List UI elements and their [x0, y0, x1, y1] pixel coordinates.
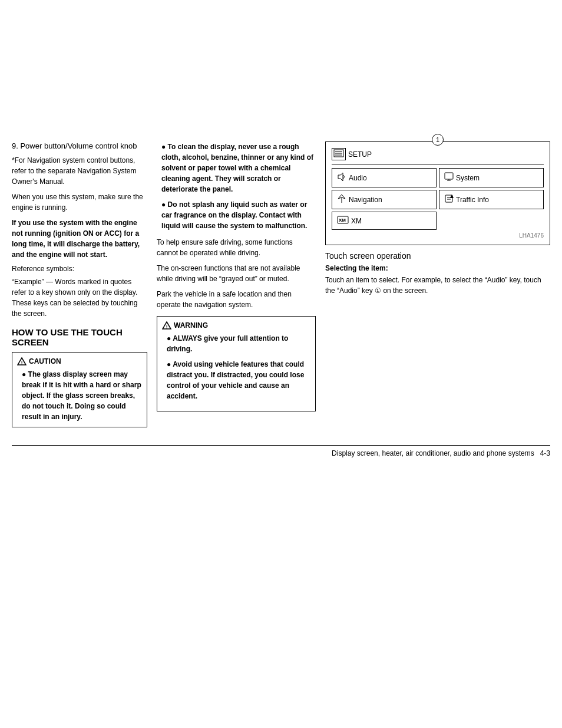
svg-text:XM: XM — [339, 218, 346, 223]
bottom-blank-area — [12, 457, 550, 658]
svg-text:!: ! — [21, 360, 23, 365]
ref-symbols-label: Reference symbols: — [12, 265, 147, 273]
svg-marker-8 — [338, 173, 343, 181]
caution-list: The glass display screen may break if it… — [17, 369, 142, 422]
audio-icon — [337, 172, 346, 183]
xm-label: XM — [351, 217, 362, 225]
engine-note-text: When you use this system, make sure the … — [12, 192, 147, 213]
navigation-label: Navigation — [349, 196, 382, 204]
right-column: 1 SETUP — [325, 141, 550, 433]
traffic-info-label: Traffic Info — [456, 196, 489, 204]
onscreen-text: The on-screen functions that are not ava… — [157, 263, 316, 284]
warning-list: ALWAYS give your full attention to drivi… — [162, 333, 310, 401]
touch-screen-heading: Touch screen operation — [325, 251, 550, 261]
top-blank-area — [12, 12, 550, 141]
caution-label: CAUTION — [29, 357, 61, 365]
left-column: 9. Power button/Volume control knob *For… — [12, 141, 147, 433]
menu-grid: Audio System — [332, 168, 544, 230]
warning-content: ALWAYS give your full attention to drivi… — [162, 333, 310, 401]
caution-header: ! CAUTION — [17, 357, 142, 365]
caution-box: ! CAUTION The glass display screen may b… — [12, 352, 147, 427]
warning-header: ! WARNING — [162, 321, 310, 330]
traffic-info-icon — [444, 194, 454, 205]
circle-number-1: 1 — [432, 134, 444, 146]
footer-page: 4-3 — [540, 449, 550, 457]
svg-rect-9 — [445, 173, 453, 179]
cleaning-list: To clean the display, never use a rough … — [157, 141, 316, 231]
page-footer: Display screen, heater, air conditioner,… — [12, 445, 550, 457]
setup-row: SETUP — [332, 148, 544, 164]
caution-item-1: The glass display screen may break if it… — [22, 369, 142, 422]
selecting-text: Touch an item to select. For example, to… — [325, 275, 550, 296]
caution-content: The glass display screen may break if it… — [17, 369, 142, 422]
audio-label: Audio — [349, 174, 367, 182]
warning-label: WARNING — [174, 321, 208, 330]
setup-icon — [332, 148, 346, 160]
menu-item-navigation[interactable]: Navigation — [332, 190, 437, 209]
selecting-heading: Selecting the item: — [325, 264, 550, 272]
warning-triangle-icon: ! — [162, 321, 171, 330]
svg-text:!: ! — [166, 324, 168, 330]
screen-diagram: 1 SETUP — [325, 141, 550, 245]
cleaning-item-2: Do not splash any liquid such as water o… — [161, 199, 316, 231]
nav-ref-text: *For Navigation system control buttons, … — [12, 155, 147, 187]
system-label: System — [456, 174, 480, 182]
page-container: 9. Power button/Volume control knob *For… — [12, 12, 550, 658]
main-content: 9. Power button/Volume control knob *For… — [12, 141, 550, 433]
warning-item-2: Avoid using vehicle features that could … — [167, 359, 310, 401]
cleaning-bullets: To clean the display, never use a rough … — [157, 141, 316, 231]
example-note-text: “Example” — Words marked in quotes refer… — [12, 276, 147, 319]
lha-label: LHA1476 — [332, 232, 544, 239]
caution-triangle-icon: ! — [17, 357, 27, 365]
safe-driving-text: To help ensure safe driving, some functi… — [157, 237, 316, 258]
cleaning-item-1: To clean the display, never use a rough … — [161, 141, 316, 195]
bold-warning-text: If you use the system with the engine no… — [12, 218, 147, 260]
footer-description: Display screen, heater, air conditioner,… — [332, 449, 534, 457]
warning-box: ! WARNING ALWAYS give your full attentio… — [157, 316, 316, 411]
menu-item-audio[interactable]: Audio — [332, 168, 437, 187]
setup-label: SETUP — [348, 150, 372, 159]
warning-item-1: ALWAYS give your full attention to drivi… — [167, 333, 310, 354]
item-number: 9. Power button/Volume control knob — [12, 141, 147, 150]
menu-item-traffic-info[interactable]: Traffic Info — [439, 190, 544, 209]
menu-item-system[interactable]: System — [439, 168, 544, 187]
xm-icon: XM — [337, 216, 349, 226]
system-icon — [444, 172, 454, 183]
park-text: Park the vehicle in a safe location and … — [157, 289, 316, 310]
navigation-icon — [337, 194, 346, 205]
menu-item-xm[interactable]: XM XM — [332, 212, 437, 230]
middle-column: To clean the display, never use a rough … — [157, 141, 316, 433]
section-heading: HOW TO USE THE TOUCH SCREEN — [12, 327, 147, 347]
footer-text: Display screen, heater, air conditioner,… — [332, 449, 550, 457]
